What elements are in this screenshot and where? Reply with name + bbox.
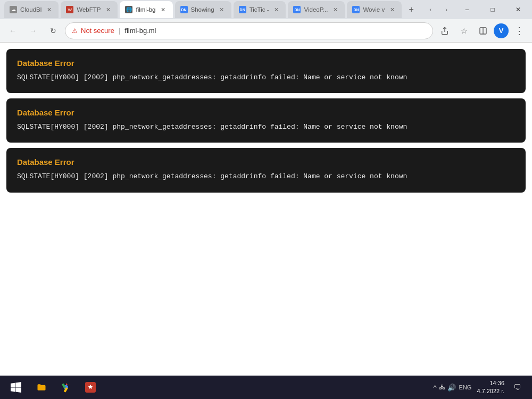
taskbar-apps [30, 378, 431, 397]
error-title-3: Database Error [17, 157, 515, 167]
tab-filmi-label: filmi-bg [136, 6, 155, 13]
tab-showing-favicon: DN [180, 6, 188, 13]
tab-tictoc-favicon: DN [239, 6, 246, 13]
tab-webftp-label: WebFTP [77, 6, 101, 13]
tab-showing-label: Showing [191, 6, 214, 13]
error-message-1: SQLSTATE[HY000] [2002] php_network_getad… [17, 73, 515, 82]
split-view-button[interactable] [475, 22, 492, 39]
profile-button[interactable]: V [494, 23, 509, 38]
tray-network-icon[interactable]: 🖧 [439, 384, 445, 391]
error-card-3: Database Error SQLSTATE[HY000] [2002] ph… [6, 148, 526, 192]
security-label: Not secure [81, 27, 114, 35]
back-button[interactable]: ← [4, 22, 21, 39]
tab-showing-close[interactable]: ✕ [218, 5, 226, 14]
tab-cloudbl-label: CloudBl [20, 6, 41, 13]
security-icon: ⚠ [72, 27, 78, 35]
tray-date-text: 4.7.2022 г. [477, 387, 504, 395]
chrome-icon [61, 382, 71, 393]
tab-wovie-favicon: DN [352, 6, 360, 13]
tray-volume-icon[interactable]: 🔊 [447, 384, 456, 392]
tab-wovie-label: Wovie v [363, 6, 385, 13]
navigation-bar: ← → ↻ ⚠ Not secure | filmi-bg.ml ☆ V ⋮ [0, 19, 532, 43]
reload-button[interactable]: ↻ [45, 22, 62, 39]
address-separator: | [119, 27, 120, 35]
tab-tictoc[interactable]: DN TicTic - ✕ [234, 1, 286, 18]
tab-tictoc-close[interactable]: ✕ [272, 5, 280, 14]
tabs-container: ☁ CloudBl ✕ W WebFTP ✕ 🌐 filmi-bg ✕ DN S… [4, 1, 419, 18]
folder-icon [36, 382, 47, 393]
tab-scroll-right-button[interactable]: › [439, 2, 454, 17]
tab-webftp-close[interactable]: ✕ [104, 5, 112, 14]
tab-videop-close[interactable]: ✕ [331, 5, 339, 14]
share-button[interactable] [436, 22, 453, 39]
close-button[interactable]: ✕ [506, 1, 530, 18]
error-title-1: Database Error [17, 59, 515, 68]
tab-filmi[interactable]: 🌐 filmi-bg ✕ [120, 1, 172, 18]
tab-videop[interactable]: DN VideoP... ✕ [288, 1, 345, 18]
title-bar: ☁ CloudBl ✕ W WebFTP ✕ 🌐 filmi-bg ✕ DN S… [0, 0, 532, 19]
windows-icon [11, 382, 21, 393]
error-message-3: SQLSTATE[HY000] [2002] php_network_getad… [17, 172, 515, 181]
tab-scroll-left-button[interactable]: ‹ [423, 2, 438, 17]
tray-clock[interactable]: 14:36 4.7.2022 г. [477, 379, 504, 396]
tab-cloudbl-close[interactable]: ✕ [45, 5, 53, 14]
tab-filmi-favicon: 🌐 [125, 6, 132, 13]
system-tray: ^ 🖧 🔊 ENG 14:36 4.7.2022 г. 🗨 [433, 379, 528, 396]
page-content: Database Error SQLSTATE[HY000] [2002] ph… [0, 43, 532, 376]
tray-lang: ENG [458, 384, 473, 390]
taskbar-chrome[interactable] [54, 378, 78, 397]
tray-chevron-icon[interactable]: ^ [433, 384, 436, 392]
tab-wovie-close[interactable]: ✕ [388, 5, 396, 14]
tab-showing[interactable]: DN Showing ✕ [175, 1, 231, 18]
address-bar[interactable]: ⚠ Not secure | filmi-bg.ml [65, 22, 433, 39]
taskbar: ^ 🖧 🔊 ENG 14:36 4.7.2022 г. 🗨 [0, 376, 532, 399]
error-message-2: SQLSTATE[HY000] [2002] php_network_getad… [17, 122, 515, 132]
tab-cloudbl-favicon: ☁ [10, 6, 17, 13]
bookmark-button[interactable]: ☆ [455, 22, 472, 39]
taskbar-red-app[interactable] [79, 378, 102, 397]
nav-right-area: ☆ V ⋮ [436, 22, 528, 39]
tab-webftp-favicon: W [66, 6, 73, 13]
red-app-icon [85, 382, 96, 393]
maximize-button[interactable]: □ [480, 1, 505, 18]
notification-button[interactable]: 🗨 [509, 379, 526, 396]
taskbar-file-explorer[interactable] [30, 378, 53, 397]
new-tab-button[interactable]: + [404, 2, 419, 17]
tab-cloudbl[interactable]: ☁ CloudBl ✕ [4, 1, 59, 18]
error-card-1: Database Error SQLSTATE[HY000] [2002] ph… [6, 49, 526, 93]
tab-filmi-close[interactable]: ✕ [159, 5, 168, 14]
tab-videop-label: VideoP... [304, 6, 328, 13]
tab-webftp[interactable]: W WebFTP ✕ [61, 1, 118, 18]
error-title-2: Database Error [17, 108, 515, 117]
minimize-button[interactable]: – [455, 1, 479, 18]
tab-videop-favicon: DN [293, 6, 301, 13]
window-controls-area: ‹ › – □ ✕ [423, 1, 530, 18]
tab-wovie[interactable]: DN Wovie v ✕ [347, 1, 402, 18]
forward-button[interactable]: → [24, 22, 41, 39]
tray-time-text: 14:36 [477, 379, 504, 387]
error-card-2: Database Error SQLSTATE[HY000] [2002] ph… [6, 98, 526, 143]
tray-icons: ^ 🖧 🔊 ENG [433, 384, 472, 392]
tab-tictoc-label: TicTic - [250, 6, 269, 13]
menu-button[interactable]: ⋮ [511, 22, 528, 39]
url-text: filmi-bg.ml [124, 27, 426, 35]
start-button[interactable] [4, 378, 28, 397]
browser-frame: ☁ CloudBl ✕ W WebFTP ✕ 🌐 filmi-bg ✕ DN S… [0, 0, 532, 399]
